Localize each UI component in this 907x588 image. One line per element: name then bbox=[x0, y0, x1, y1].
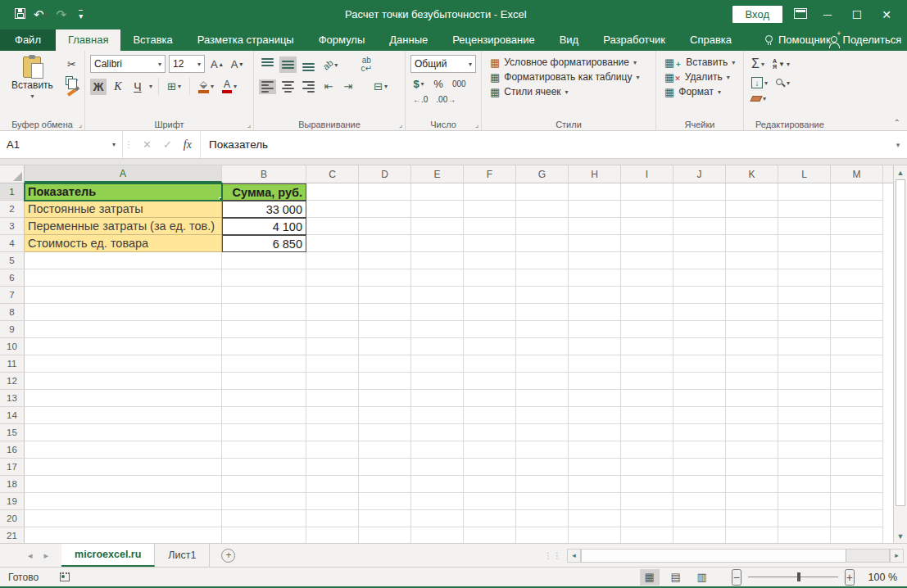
cell-A1[interactable]: Показатель bbox=[25, 183, 222, 201]
cell-B8[interactable] bbox=[222, 304, 306, 321]
cell-B13[interactable] bbox=[222, 390, 306, 407]
cell-I4[interactable] bbox=[621, 235, 673, 252]
cell-M7[interactable] bbox=[831, 287, 883, 304]
column-header-C[interactable]: C bbox=[306, 165, 359, 183]
cell-H4[interactable] bbox=[569, 235, 621, 252]
cell-H16[interactable] bbox=[569, 441, 621, 459]
macro-record-icon[interactable] bbox=[60, 572, 70, 581]
cell-F18[interactable] bbox=[464, 476, 516, 493]
cell-C19[interactable] bbox=[306, 493, 359, 510]
decrease-indent-button[interactable]: ⇤ bbox=[320, 79, 337, 94]
maximize-button[interactable]: ☐ bbox=[848, 8, 866, 21]
cell-I5[interactable] bbox=[621, 252, 673, 269]
cell-K20[interactable] bbox=[726, 510, 778, 527]
row-header-12[interactable]: 12 bbox=[0, 373, 25, 390]
bold-button[interactable]: Ж bbox=[90, 79, 107, 95]
cell-A3[interactable]: Переменные затраты (за ед. тов.) bbox=[25, 218, 222, 235]
cell-M15[interactable] bbox=[831, 424, 883, 441]
wrap-text-button[interactable]: abc↵ bbox=[358, 55, 374, 75]
cell-F4[interactable] bbox=[464, 235, 516, 252]
cell-B9[interactable] bbox=[222, 321, 306, 338]
row-header-15[interactable]: 15 bbox=[0, 424, 25, 441]
cell-L2[interactable] bbox=[778, 201, 831, 218]
cell-M8[interactable] bbox=[831, 304, 883, 321]
cell-B17[interactable] bbox=[222, 459, 306, 476]
cell-K13[interactable] bbox=[726, 390, 778, 407]
cell-M20[interactable] bbox=[831, 510, 883, 527]
cell-M3[interactable] bbox=[831, 218, 883, 235]
align-left-button[interactable] bbox=[259, 79, 276, 94]
cell-F14[interactable] bbox=[464, 407, 516, 424]
cell-C1[interactable] bbox=[306, 183, 359, 201]
decrease-font-button[interactable]: A▾ bbox=[229, 57, 246, 72]
cell-F2[interactable] bbox=[464, 201, 516, 218]
cell-M13[interactable] bbox=[831, 390, 883, 407]
sort-filter-button[interactable]: АЯ▼▾ bbox=[770, 57, 792, 71]
cell-E9[interactable] bbox=[411, 321, 464, 338]
cell-H13[interactable] bbox=[569, 390, 621, 407]
ribbon-tab-главная[interactable]: Главная bbox=[56, 29, 120, 51]
cell-I8[interactable] bbox=[621, 304, 673, 321]
cell-M5[interactable] bbox=[831, 252, 883, 269]
cell-C7[interactable] bbox=[306, 287, 359, 304]
zoom-out-button[interactable]: − bbox=[732, 569, 741, 586]
cell-F7[interactable] bbox=[464, 287, 516, 304]
align-bottom-button[interactable] bbox=[300, 57, 317, 73]
cell-K10[interactable] bbox=[726, 338, 778, 355]
cell-M12[interactable] bbox=[831, 373, 883, 390]
cell-I7[interactable] bbox=[621, 287, 673, 304]
cell-L13[interactable] bbox=[778, 390, 831, 407]
decrease-decimal-button[interactable]: .00→ bbox=[433, 93, 458, 106]
cell-G3[interactable] bbox=[516, 218, 569, 235]
row-header-9[interactable]: 9 bbox=[0, 321, 25, 338]
cell-D4[interactable] bbox=[359, 235, 411, 252]
ribbon-tab-файл[interactable]: Файл bbox=[0, 29, 56, 51]
cell-K18[interactable] bbox=[726, 476, 778, 493]
fill-button[interactable]: ↓▾ bbox=[749, 75, 770, 90]
cell-E7[interactable] bbox=[411, 287, 464, 304]
cell-D9[interactable] bbox=[359, 321, 411, 338]
horizontal-scroll-thumb[interactable] bbox=[582, 550, 846, 562]
name-box[interactable]: A1▾ bbox=[0, 131, 123, 158]
cell-J15[interactable] bbox=[673, 424, 726, 441]
scroll-left-arrow[interactable]: ◂ bbox=[567, 549, 581, 563]
cell-I16[interactable] bbox=[621, 441, 673, 459]
cell-I14[interactable] bbox=[621, 407, 673, 424]
underline-button[interactable]: Ч bbox=[129, 79, 146, 95]
cell-E3[interactable] bbox=[411, 218, 464, 235]
cut-button[interactable]: ✂ bbox=[63, 57, 80, 72]
cell-E19[interactable] bbox=[411, 493, 464, 510]
cell-G12[interactable] bbox=[516, 373, 569, 390]
cell-B1[interactable]: Сумма, руб. bbox=[222, 183, 306, 201]
cell-F21[interactable] bbox=[464, 527, 516, 543]
cell-D17[interactable] bbox=[359, 459, 411, 476]
normal-view-button[interactable]: ▦ bbox=[640, 569, 660, 586]
ribbon-tab-рецензирование[interactable]: Рецензирование bbox=[440, 29, 546, 51]
cell-G4[interactable] bbox=[516, 235, 569, 252]
delete-cells-button[interactable]: ▦✕Удалить▾ bbox=[661, 70, 738, 84]
undo-button[interactable]: ↶▾ bbox=[34, 8, 48, 20]
row-header-17[interactable]: 17 bbox=[0, 459, 25, 476]
column-header-I[interactable]: I bbox=[621, 165, 673, 183]
cell-H17[interactable] bbox=[569, 459, 621, 476]
font-name-combo[interactable]: Calibri▾ bbox=[90, 55, 166, 73]
cell-H1[interactable] bbox=[569, 183, 621, 201]
cell-C14[interactable] bbox=[306, 407, 359, 424]
cell-D2[interactable] bbox=[359, 201, 411, 218]
cell-A18[interactable] bbox=[25, 476, 222, 493]
cell-E14[interactable] bbox=[411, 407, 464, 424]
horizontal-scrollbar[interactable]: ◂ ▸ bbox=[567, 544, 907, 567]
cell-G16[interactable] bbox=[516, 441, 569, 459]
cell-H15[interactable] bbox=[569, 424, 621, 441]
ribbon-tab-разметка-страницы[interactable]: Разметка страницы bbox=[185, 29, 306, 51]
column-header-M[interactable]: M bbox=[831, 165, 883, 183]
cell-M17[interactable] bbox=[831, 459, 883, 476]
cell-A19[interactable] bbox=[25, 493, 222, 510]
cell-M2[interactable] bbox=[831, 201, 883, 218]
cell-F8[interactable] bbox=[464, 304, 516, 321]
cell-C10[interactable] bbox=[306, 338, 359, 355]
cell-A4[interactable]: Стоимость ед. товара bbox=[25, 235, 222, 252]
sheet-tab-лист1[interactable]: Лист1 bbox=[155, 544, 210, 567]
cell-E17[interactable] bbox=[411, 459, 464, 476]
cell-L4[interactable] bbox=[778, 235, 831, 252]
